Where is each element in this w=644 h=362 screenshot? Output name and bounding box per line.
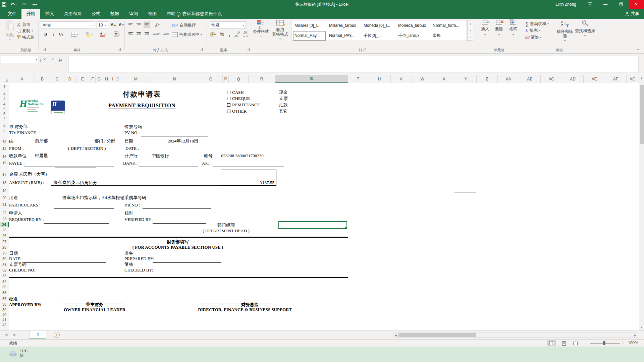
- scroll-left-icon[interactable]: ◀: [395, 334, 397, 337]
- column-header-P[interactable]: P: [223, 75, 229, 83]
- column-header-Y[interactable]: Y: [455, 75, 477, 83]
- row-header-28[interactable]: 28: [0, 245, 9, 250]
- page-break-view-button[interactable]: [571, 340, 580, 346]
- style-item[interactable]: Normal_form...: [431, 21, 464, 31]
- increase-indent-button[interactable]: ⇥: [162, 31, 169, 38]
- font-size-combo[interactable]: 10▾: [97, 21, 108, 29]
- underline-button[interactable]: U ▾: [58, 31, 64, 38]
- row-header-14[interactable]: 14: [0, 154, 9, 159]
- column-header-AG[interactable]: AG: [627, 75, 639, 83]
- vertical-scroll-thumb[interactable]: [640, 85, 644, 144]
- sort-filter-button[interactable]: A Z ↓ 排序和筛选▾: [556, 20, 574, 46]
- row-header-30[interactable]: 30: [0, 256, 9, 261]
- decrease-indent-button[interactable]: ⇤: [153, 31, 160, 38]
- horizontal-scrollbar[interactable]: ◀ ▶: [393, 333, 638, 338]
- column-header-M[interactable]: M: [122, 75, 150, 83]
- column-header-D[interactable]: D: [64, 75, 75, 83]
- row-header-23[interactable]: 23: [0, 216, 9, 222]
- column-header-B[interactable]: B: [35, 75, 50, 83]
- row-header-35[interactable]: 35: [0, 284, 9, 290]
- weather-widget[interactable]: 11°C阴: [9, 349, 28, 358]
- row-header-9[interactable]: 9: [0, 128, 9, 134]
- number-dialog-launcher[interactable]: [247, 48, 250, 51]
- style-item[interactable]: 千位[0]_...: [362, 31, 395, 41]
- row-header-41[interactable]: 41: [0, 317, 9, 322]
- middle-align-button[interactable]: [136, 21, 142, 28]
- cut-button[interactable]: 剪切: [17, 21, 30, 27]
- column-header-W[interactable]: W: [412, 75, 433, 83]
- column-header-AF[interactable]: AF: [605, 75, 627, 83]
- phonetic-button[interactable]: 文 ▾: [113, 31, 120, 38]
- style-item[interactable]: 千位_laroux: [396, 31, 429, 41]
- style-item[interactable]: 常规: [431, 31, 464, 41]
- new-sheet-button[interactable]: +: [54, 332, 60, 338]
- tell-me-box[interactable]: 告诉我你想要做什么: [177, 9, 222, 19]
- bottom-align-button[interactable]: [144, 21, 150, 28]
- tab-插入[interactable]: 插入: [40, 9, 59, 19]
- row-header-27[interactable]: 27: [0, 239, 9, 244]
- zoom-slider-thumb[interactable]: [603, 341, 605, 345]
- zoom-level[interactable]: 100%: [628, 341, 638, 345]
- column-header-F[interactable]: F: [90, 75, 96, 83]
- column-header-C[interactable]: C: [50, 75, 64, 83]
- clipboard-dialog-launcher[interactable]: [43, 48, 46, 51]
- find-select-button[interactable]: 查找和选择▾: [575, 20, 595, 46]
- row-header-8[interactable]: 8: [0, 123, 9, 128]
- confirm-entry-icon[interactable]: ✓: [51, 57, 54, 62]
- cell-styles-scrollbar[interactable]: ▲▼≡: [467, 20, 473, 41]
- row-header-21[interactable]: 21: [0, 202, 9, 207]
- row-header-19[interactable]: 19: [0, 188, 9, 193]
- tab-开始[interactable]: 开始: [21, 9, 40, 19]
- column-header-R[interactable]: R: [249, 75, 275, 83]
- select-all-corner[interactable]: [0, 75, 9, 83]
- format-cells-button[interactable]: ⟷ 格式▾: [506, 20, 521, 37]
- row-header-26[interactable]: 26: [0, 233, 9, 238]
- row-header-15[interactable]: 15: [0, 160, 9, 166]
- number-format-combo[interactable]: 常规▾: [210, 21, 246, 29]
- style-item[interactable]: Moneda [0]_l...: [362, 21, 395, 31]
- fill-button[interactable]: ⬇ 填充 ▾: [525, 27, 540, 34]
- row-header-22[interactable]: 22: [0, 210, 9, 216]
- autosum-button[interactable]: ∑ 自动求和 ▾: [525, 21, 549, 27]
- row-header-32[interactable]: 32: [0, 267, 9, 273]
- column-header-N[interactable]: N: [150, 75, 199, 83]
- conditional-formatting-button[interactable]: ≠ 条件格式▾: [252, 20, 270, 46]
- row-header-2[interactable]: 2: [0, 90, 9, 96]
- column-header-G[interactable]: G: [96, 75, 103, 83]
- scroll-down-icon[interactable]: ▼: [640, 326, 643, 329]
- row-header-40[interactable]: 40: [0, 312, 9, 317]
- tab-文件[interactable]: 文件: [3, 9, 21, 19]
- align-left-button[interactable]: [127, 31, 134, 38]
- cancel-entry-icon[interactable]: ✕: [43, 57, 46, 62]
- orientation-button[interactable]: ab ▾: [154, 21, 160, 28]
- column-header-AE[interactable]: AE: [584, 75, 605, 83]
- style-item[interactable]: Normal_PAY...: [327, 31, 360, 41]
- clear-button[interactable]: 清除 ▾: [525, 34, 541, 40]
- row-header-24[interactable]: 24: [0, 222, 9, 227]
- customize-qat-icon[interactable]: ▬▾: [33, 3, 37, 6]
- shrink-font-button[interactable]: A▼: [118, 21, 125, 28]
- row-header-25[interactable]: 25: [0, 227, 9, 233]
- grow-font-button[interactable]: A▲: [110, 21, 117, 28]
- collapse-ribbon-icon[interactable]: ⌃: [637, 48, 639, 52]
- sheet-nav-left-icon[interactable]: ◀: [5, 333, 7, 337]
- wrap-text-button[interactable]: ab↵自动换行: [172, 22, 196, 28]
- accounting-format-button[interactable]: $ ▾: [210, 31, 216, 38]
- undo-icon[interactable]: ▾: [10, 2, 17, 6]
- row-header-29[interactable]: 29: [0, 250, 9, 256]
- tab-数据[interactable]: 数据: [105, 9, 124, 19]
- column-header-H[interactable]: H: [103, 75, 110, 83]
- fill-color-button[interactable]: ▾: [86, 31, 93, 38]
- column-header-T[interactable]: T: [348, 75, 368, 83]
- paste-button[interactable]: 粘贴▾: [2, 20, 18, 46]
- tab-页面布局[interactable]: 页面布局: [59, 9, 87, 19]
- column-header-I[interactable]: I: [110, 75, 115, 83]
- minimize-button[interactable]: —: [598, 0, 613, 9]
- column-header-J[interactable]: J: [115, 75, 120, 83]
- top-align-button[interactable]: [127, 21, 134, 28]
- namebox-splitter[interactable]: [40, 57, 41, 62]
- format-as-table-button[interactable]: 套用表格格式 ▾: [271, 20, 289, 46]
- percent-style-button[interactable]: %: [219, 31, 225, 38]
- row-header-17[interactable]: 17: [0, 172, 9, 177]
- name-box[interactable]: ▾: [1, 56, 39, 63]
